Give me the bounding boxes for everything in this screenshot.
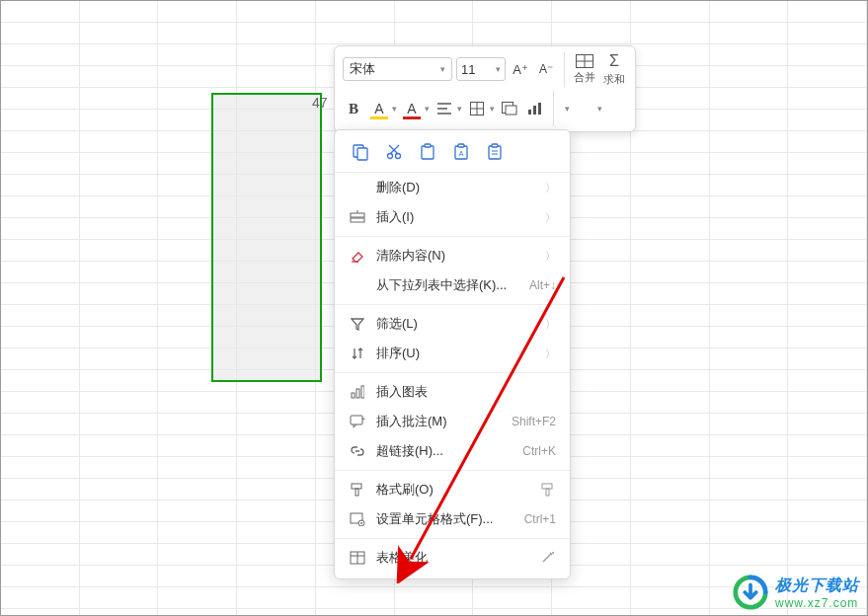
- svg-rect-13: [538, 103, 541, 115]
- increase-font-icon[interactable]: A⁺: [510, 58, 531, 80]
- svg-rect-25: [489, 146, 501, 159]
- svg-rect-38: [352, 484, 361, 489]
- chevron-down-icon[interactable]: ▾: [597, 104, 602, 114]
- autosum-button[interactable]: Σ 求和: [601, 52, 627, 87]
- menu-delete[interactable]: 删除(D) 〉: [335, 173, 570, 202]
- svg-rect-41: [546, 489, 549, 496]
- svg-rect-34: [356, 389, 359, 398]
- chevron-down-icon: ▾: [457, 104, 462, 114]
- divider: [335, 304, 570, 305]
- align-button[interactable]: ▾: [434, 98, 462, 119]
- menu-sort[interactable]: 排序(U) 〉: [335, 339, 570, 368]
- watermark-title: 极光下载站: [775, 576, 859, 596]
- merge-label: 合并: [574, 70, 595, 85]
- menu-hyperlink[interactable]: 超链接(H)... Ctrl+K: [335, 436, 570, 466]
- format-as-table-icon[interactable]: [499, 98, 520, 119]
- chevron-down-icon: ▾: [496, 64, 501, 74]
- font-size-label: 11: [461, 62, 475, 77]
- chevron-right-icon: 〉: [545, 181, 556, 195]
- menu-format-painter[interactable]: 格式刷(O): [335, 475, 570, 504]
- mini-toolbar: 宋体 ▾ 11 ▾ A⁺ A⁻ 合并 Σ 求和 B A ▾ A ▾: [334, 45, 636, 132]
- menu-insert[interactable]: 插入(I) 〉: [335, 202, 570, 232]
- link-icon: [349, 444, 366, 458]
- separator: [553, 91, 554, 126]
- font-color-button[interactable]: A ▾: [401, 98, 430, 119]
- watermark: 极光下载站 www.xz7.com: [732, 574, 859, 611]
- cut-icon[interactable]: [384, 142, 404, 162]
- chevron-right-icon: 〉: [545, 249, 556, 264]
- svg-point-44: [360, 522, 362, 524]
- comment-icon: +: [349, 415, 366, 428]
- menu-insert-chart[interactable]: 插入图表: [335, 377, 570, 407]
- highlight-button[interactable]: A ▾: [368, 98, 397, 119]
- chevron-down-icon: ▾: [425, 104, 430, 114]
- divider: [335, 372, 570, 373]
- svg-point-16: [388, 154, 393, 159]
- chevron-down-icon: ▾: [440, 64, 445, 74]
- svg-rect-30: [351, 218, 364, 222]
- cell-format-icon: [349, 512, 366, 526]
- bold-button[interactable]: B: [343, 98, 364, 119]
- divider: [335, 538, 570, 539]
- paste-values-icon[interactable]: [485, 142, 505, 162]
- menu-dropdown-select[interactable]: 从下拉列表中选择(K)... Alt+↓: [335, 270, 570, 300]
- menu-filter[interactable]: 筛选(L) 〉: [335, 309, 570, 339]
- divider: [335, 470, 570, 471]
- align-icon: [434, 98, 455, 119]
- chart-icon[interactable]: [524, 98, 546, 119]
- chart-icon: [349, 385, 366, 399]
- border-button[interactable]: ▾: [466, 98, 495, 119]
- svg-rect-23: [458, 144, 464, 147]
- magic-wand-icon[interactable]: [540, 551, 556, 565]
- copy-icon[interactable]: [351, 142, 370, 162]
- chevron-right-icon: 〉: [545, 210, 556, 225]
- chevron-down-icon: ▾: [392, 104, 397, 114]
- chevron-down-icon[interactable]: ▾: [565, 104, 570, 114]
- svg-rect-26: [492, 144, 498, 147]
- divider: [335, 236, 570, 237]
- sum-label: 求和: [603, 72, 625, 87]
- insert-icon: [349, 210, 366, 224]
- svg-rect-35: [361, 386, 364, 398]
- context-menu: A 删除(D) 〉 插入(I) 〉 清除内容(N) 〉 从下拉列表中选择(K).…: [334, 129, 571, 579]
- font-family-label: 宋体: [350, 60, 375, 78]
- watermark-logo-icon: [732, 574, 769, 611]
- svg-rect-20: [422, 146, 434, 159]
- chevron-right-icon: 〉: [545, 317, 556, 332]
- svg-line-19: [389, 145, 398, 154]
- menu-clear-content[interactable]: 清除内容(N) 〉: [335, 241, 570, 270]
- font-color-icon: A: [401, 98, 423, 119]
- format-painter-side-icon[interactable]: [540, 483, 556, 497]
- highlight-icon: A: [368, 98, 390, 119]
- eraser-icon: [349, 249, 366, 263]
- decrease-font-icon[interactable]: A⁻: [535, 58, 557, 80]
- svg-rect-29: [351, 213, 364, 217]
- svg-rect-21: [425, 144, 431, 147]
- watermark-url: www.xz7.com: [775, 596, 858, 610]
- border-icon: [466, 98, 488, 119]
- menu-cell-format[interactable]: 设置单元格格式(F)... Ctrl+1: [335, 504, 570, 534]
- chevron-down-icon: ▾: [490, 104, 495, 114]
- font-size-select[interactable]: 11 ▾: [456, 57, 506, 81]
- paste-special-icon[interactable]: A: [451, 142, 471, 162]
- svg-rect-40: [542, 484, 552, 489]
- svg-rect-15: [357, 148, 367, 160]
- table-beautify-icon: [349, 551, 366, 565]
- cell-selection[interactable]: [211, 93, 322, 382]
- funnel-icon: [349, 317, 366, 331]
- font-family-select[interactable]: 宋体 ▾: [343, 57, 452, 81]
- svg-line-18: [390, 145, 399, 154]
- paste-icon[interactable]: [418, 142, 437, 162]
- active-cell-value: 47: [312, 95, 328, 111]
- svg-text:+: +: [361, 416, 365, 423]
- chevron-right-icon: 〉: [545, 346, 556, 361]
- separator: [564, 51, 565, 87]
- svg-rect-39: [355, 489, 358, 496]
- svg-text:A: A: [459, 150, 464, 157]
- menu-table-beautify[interactable]: 表格美化: [335, 543, 570, 573]
- svg-point-17: [396, 154, 401, 159]
- merge-icon: [576, 54, 593, 68]
- sum-icon: Σ: [609, 52, 619, 70]
- merge-button[interactable]: 合并: [572, 54, 597, 85]
- menu-insert-comment[interactable]: + 插入批注(M) Shift+F2: [335, 407, 570, 436]
